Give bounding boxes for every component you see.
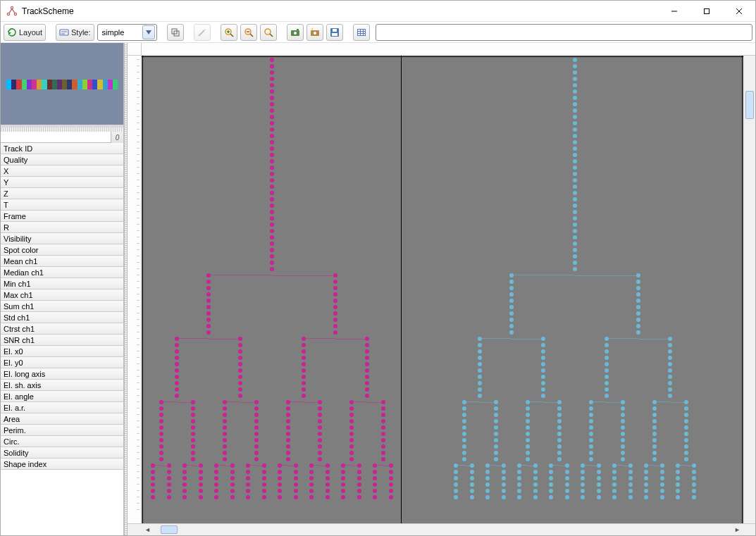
spot[interactable] <box>254 419 259 423</box>
spot[interactable] <box>517 463 521 468</box>
spot[interactable] <box>262 489 266 493</box>
spot[interactable] <box>302 337 306 341</box>
spot[interactable] <box>470 476 474 480</box>
spot[interactable] <box>254 400 259 404</box>
spot[interactable] <box>573 58 577 62</box>
spot[interactable] <box>278 495 282 499</box>
spot[interactable] <box>573 267 577 271</box>
spot[interactable] <box>206 311 211 316</box>
spot[interactable] <box>652 413 657 417</box>
spot[interactable] <box>318 457 322 461</box>
spot[interactable] <box>684 444 688 449</box>
spot[interactable] <box>597 482 601 487</box>
spot[interactable] <box>270 223 274 227</box>
spot[interactable] <box>223 432 227 436</box>
spot[interactable] <box>557 406 562 411</box>
spot[interactable] <box>309 495 314 499</box>
spot[interactable] <box>365 394 369 398</box>
spot[interactable] <box>644 489 648 493</box>
spot[interactable] <box>621 425 625 430</box>
spot[interactable] <box>167 482 171 487</box>
spot[interactable] <box>541 343 545 347</box>
spot[interactable] <box>238 368 242 373</box>
spot[interactable] <box>517 482 521 487</box>
spot[interactable] <box>230 476 235 480</box>
spot[interactable] <box>381 444 385 449</box>
spot[interactable] <box>270 172 274 176</box>
spot[interactable] <box>357 470 361 474</box>
layout-button[interactable]: Layout <box>4 24 46 41</box>
spot[interactable] <box>159 432 163 436</box>
spot[interactable] <box>549 495 553 499</box>
spot[interactable] <box>151 489 155 493</box>
spot[interactable] <box>684 419 688 423</box>
spot[interactable] <box>373 495 377 499</box>
spot[interactable] <box>668 337 672 341</box>
spot[interactable] <box>621 444 625 449</box>
spot[interactable] <box>270 70 274 75</box>
spot[interactable] <box>644 476 648 480</box>
spot[interactable] <box>684 425 688 430</box>
spot[interactable] <box>206 286 211 290</box>
spot[interactable] <box>365 349 369 354</box>
feature-row[interactable]: Z <box>1 188 123 199</box>
spot[interactable] <box>182 463 187 468</box>
spot[interactable] <box>159 400 163 404</box>
spot[interactable] <box>628 470 633 474</box>
spot[interactable] <box>684 438 688 442</box>
spot[interactable] <box>349 425 354 430</box>
spot[interactable] <box>605 375 609 379</box>
spot[interactable] <box>605 349 609 354</box>
spot[interactable] <box>214 470 218 474</box>
feature-row[interactable]: Frame <box>1 211 123 222</box>
spot[interactable] <box>326 463 330 468</box>
spot[interactable] <box>230 489 235 493</box>
spot[interactable] <box>628 463 633 468</box>
spot[interactable] <box>294 476 298 480</box>
spot[interactable] <box>605 381 609 385</box>
spot[interactable] <box>381 432 385 436</box>
spot[interactable] <box>605 387 609 392</box>
spot[interactable] <box>270 261 274 265</box>
spot[interactable] <box>167 470 171 474</box>
spot[interactable] <box>357 489 361 493</box>
spot[interactable] <box>182 489 187 493</box>
spot[interactable] <box>238 349 242 354</box>
spot[interactable] <box>199 463 203 468</box>
spot[interactable] <box>270 210 274 214</box>
spot[interactable] <box>454 482 458 487</box>
spot[interactable] <box>581 463 585 468</box>
spot[interactable] <box>246 489 250 493</box>
feature-row[interactable]: El. angle <box>1 391 123 402</box>
spot[interactable] <box>262 476 266 480</box>
spot[interactable] <box>349 432 354 436</box>
spot[interactable] <box>230 495 235 499</box>
spot[interactable] <box>668 381 672 385</box>
spot[interactable] <box>238 337 242 341</box>
spot[interactable] <box>605 368 609 373</box>
scroll-left-icon[interactable]: ◄ <box>142 524 154 536</box>
spot[interactable] <box>494 432 498 436</box>
spot[interactable] <box>333 286 337 290</box>
spot[interactable] <box>684 406 688 411</box>
feature-row[interactable]: Quality <box>1 154 123 166</box>
spot[interactable] <box>502 470 506 474</box>
spot[interactable] <box>223 400 227 404</box>
spot[interactable] <box>175 368 179 373</box>
spot[interactable] <box>333 311 337 316</box>
spot[interactable] <box>509 299 514 303</box>
spot[interactable] <box>628 489 633 493</box>
spot[interactable] <box>462 444 466 449</box>
spot[interactable] <box>526 406 530 411</box>
spot[interactable] <box>318 444 322 449</box>
spot[interactable] <box>573 159 577 163</box>
spot[interactable] <box>223 419 227 423</box>
spot[interactable] <box>676 495 680 499</box>
spot[interactable] <box>159 406 163 411</box>
spot[interactable] <box>652 444 657 449</box>
spot[interactable] <box>270 83 274 87</box>
spot[interactable] <box>660 470 664 474</box>
spot[interactable] <box>270 235 274 239</box>
spot[interactable] <box>302 387 306 392</box>
feature-row[interactable]: Spot color <box>1 244 123 256</box>
